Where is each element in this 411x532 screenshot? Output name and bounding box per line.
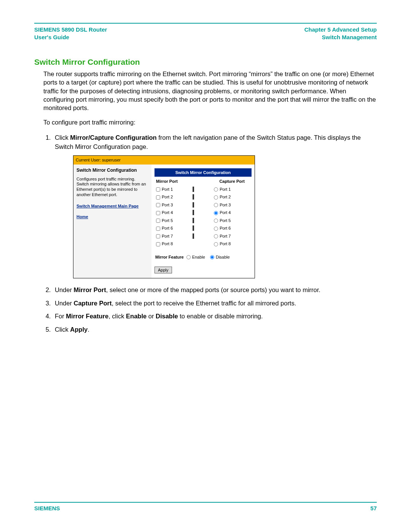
step-text: For <box>55 313 66 320</box>
port-label: Port 4 <box>220 210 231 215</box>
capture-port-3-radio[interactable] <box>214 203 218 207</box>
col-mirror-port: Mirror Port <box>155 177 192 185</box>
port-label: Port 6 <box>162 226 173 230</box>
config-screenshot: Current User: superuser Switch Mirror Co… <box>73 155 255 278</box>
step-text: Click <box>55 326 70 333</box>
header-section: Switch Management <box>304 34 377 41</box>
screenshot-sidebar: Switch Mirror Configuration Configures p… <box>73 165 151 278</box>
port-label: Port 4 <box>162 210 173 215</box>
capture-port-7-radio[interactable] <box>214 234 218 238</box>
port-label: Port 6 <box>220 226 231 230</box>
mirror-port-2-checkbox[interactable] <box>156 195 160 200</box>
header-subtitle: User's Guide <box>34 34 107 41</box>
step-bold: Mirror Feature <box>66 313 108 320</box>
capture-port-1-radio[interactable] <box>214 187 218 192</box>
header-chapter: Chapter 5 Advanced Setup <box>304 26 377 34</box>
step-4: For Mirror Feature, click Enable or Disa… <box>53 312 377 321</box>
header-rule <box>34 23 377 24</box>
link-switch-mgmt-main[interactable]: Switch Management Main Page <box>76 203 148 209</box>
port-label: Port 2 <box>162 195 173 199</box>
port-label: Port 5 <box>220 218 231 223</box>
mirror-port-1-checkbox[interactable] <box>156 187 160 192</box>
step-2: Under Mirror Port, select one or more of… <box>53 285 377 295</box>
step-5: Click Apply. <box>53 325 377 334</box>
step-bold: Mirror/Capture Configuration <box>70 134 156 141</box>
disable-label: Disable <box>216 255 230 259</box>
port-label: Port 5 <box>162 218 173 223</box>
footer-rule <box>34 502 377 503</box>
mirror-port-5-checkbox[interactable] <box>156 219 160 223</box>
step-bold: Enable <box>126 313 147 320</box>
section-title: Switch Mirror Configuration <box>34 58 377 67</box>
mirror-feature-disable-radio[interactable] <box>210 255 214 259</box>
capture-port-8-radio[interactable] <box>214 242 218 246</box>
config-lead: To configure port traffic mirroring: <box>43 118 377 126</box>
port-label: Port 8 <box>162 241 173 246</box>
mirror-feature-row: Mirror Feature Enable Disable <box>155 254 252 260</box>
steps-list: Click Mirror/Capture Configuration from … <box>34 133 377 334</box>
enable-label: Enable <box>192 255 205 259</box>
capture-port-2-radio[interactable] <box>214 195 218 200</box>
capture-port-4-radio[interactable] <box>214 211 218 215</box>
mirror-port-6-checkbox[interactable] <box>156 227 160 231</box>
port-label: Port 1 <box>162 187 173 192</box>
step-bold: Disable <box>156 313 178 320</box>
step-text: Click <box>55 134 70 141</box>
mirror-port-8-checkbox[interactable] <box>156 242 160 246</box>
step-text: Under <box>55 300 74 307</box>
step-3: Under Capture Port, select the port to r… <box>53 299 377 308</box>
mirror-feature-enable-radio[interactable] <box>186 255 191 259</box>
step-bold: Mirror Port <box>74 286 106 293</box>
capture-port-5-radio[interactable] <box>214 219 218 223</box>
mirror-port-3-checkbox[interactable] <box>156 203 160 207</box>
port-label: Port 3 <box>220 203 231 207</box>
port-label: Port 1 <box>220 187 231 192</box>
step-text: to enable or disable mirroring. <box>178 313 263 320</box>
step-text: Under <box>55 286 74 293</box>
step-text: . <box>88 326 89 333</box>
footer-brand: SIEMENS <box>34 505 60 511</box>
sidebar-title: Switch Mirror Configuration <box>76 167 148 174</box>
step-text: , click <box>108 313 126 320</box>
port-label: Port 3 <box>162 203 173 207</box>
capture-port-6-radio[interactable] <box>214 227 218 231</box>
apply-button[interactable]: Apply <box>155 267 172 273</box>
step-bold: Apply <box>70 326 88 333</box>
mirror-port-7-checkbox[interactable] <box>156 234 160 238</box>
step-text: , select one or more of the mapped ports… <box>106 286 320 293</box>
col-capture-port: Capture Port <box>195 177 252 185</box>
mirror-config-table: Switch Mirror Configuration Mirror Port … <box>155 168 252 248</box>
step-bold: Capture Port <box>74 300 112 307</box>
mirror-feature-label: Mirror Feature <box>155 255 184 259</box>
sidebar-description: Configures port traffic mirroring. Switc… <box>76 177 148 198</box>
page-footer: SIEMENS 57 <box>34 502 377 511</box>
table-title: Switch Mirror Configuration <box>155 168 252 177</box>
page-header: SIEMENS 5890 DSL Router User's Guide Cha… <box>34 26 377 41</box>
current-user-bar: Current User: superuser <box>73 156 255 165</box>
screenshot-main: Switch Mirror Configuration Mirror Port … <box>151 165 255 278</box>
header-product: SIEMENS 5890 DSL Router <box>34 26 107 34</box>
port-label: Port 8 <box>220 241 231 246</box>
port-label: Port 7 <box>220 234 231 238</box>
step-text: or <box>147 313 156 320</box>
link-home[interactable]: Home <box>76 214 148 220</box>
step-text: , select the port to receive the Etherne… <box>112 300 296 307</box>
intro-paragraph: The router supports traffic mirroring on… <box>43 70 377 112</box>
footer-pagenum: 57 <box>370 505 377 511</box>
port-label: Port 2 <box>220 195 231 199</box>
port-label: Port 7 <box>162 234 173 238</box>
step-1: Click Mirror/Capture Configuration from … <box>53 133 377 278</box>
mirror-port-4-checkbox[interactable] <box>156 211 160 215</box>
